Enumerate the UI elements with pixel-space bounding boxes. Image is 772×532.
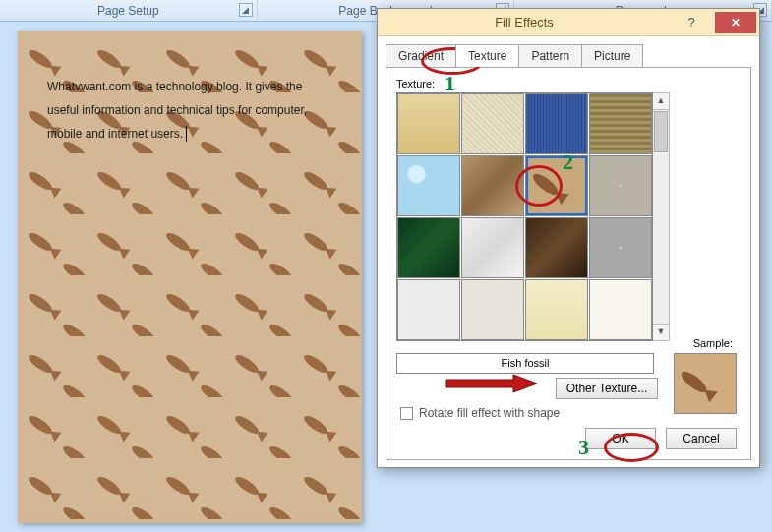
cancel-button[interactable]: Cancel — [666, 428, 737, 449]
scroll-track[interactable] — [653, 153, 669, 324]
ok-button[interactable]: OK — [585, 428, 656, 449]
tab-label: Picture — [594, 49, 630, 63]
sample-preview — [674, 353, 737, 414]
document-body-text[interactable]: Whatvwant.com is a technology blog. It g… — [18, 31, 362, 188]
tab-gradient[interactable]: Gradient — [386, 44, 456, 67]
button-label: OK — [612, 432, 628, 445]
texture-recycled-paper[interactable] — [461, 279, 524, 340]
rotate-fill-row: Rotate fill effect with shape — [400, 406, 560, 420]
text-cursor — [186, 126, 187, 142]
selected-texture-name: Fish fossil — [396, 353, 654, 374]
tab-label: Pattern — [531, 49, 569, 63]
texture-stationery[interactable] — [589, 279, 652, 340]
scroll-up-icon[interactable]: ▲ — [653, 93, 669, 110]
scroll-down-icon[interactable]: ▼ — [653, 324, 669, 340]
dialog-titlebar[interactable]: Fill Effects ? ✕ — [378, 9, 759, 36]
button-label: Other Texture... — [566, 382, 647, 395]
help-button[interactable]: ? — [671, 12, 712, 33]
dialog-tabs: Gradient Texture Pattern Picture — [386, 44, 751, 67]
fill-effects-dialog: Fill Effects ? ✕ Gradient Texture Patter… — [377, 8, 760, 468]
close-button[interactable]: ✕ — [715, 12, 756, 33]
rotate-fill-checkbox[interactable] — [400, 407, 413, 420]
texture-newsprint[interactable] — [397, 279, 460, 340]
texture-green-marble[interactable] — [397, 217, 460, 278]
texture-woven-mat[interactable] — [589, 93, 652, 154]
texture-scrollbar[interactable]: ▲ ▼ — [653, 92, 670, 341]
tab-label: Gradient — [398, 49, 444, 63]
dialog-title: Fill Effects — [378, 15, 671, 30]
tab-pattern[interactable]: Pattern — [518, 44, 582, 67]
texture-grid — [396, 92, 653, 341]
rotate-fill-label: Rotate fill effect with shape — [419, 406, 560, 420]
tab-texture[interactable]: Texture — [455, 44, 519, 67]
document-page: Whatvwant.com is a technology blog. It g… — [18, 31, 362, 523]
texture-label: Texture: — [396, 78, 741, 89]
svg-rect-5 — [675, 354, 736, 413]
texture-canvas[interactable] — [461, 93, 524, 154]
texture-fish-fossil[interactable] — [525, 155, 588, 216]
texture-papyrus[interactable] — [397, 93, 460, 154]
ribbon-group-label: Page Setup — [97, 4, 159, 18]
texture-denim[interactable] — [525, 93, 588, 154]
close-icon: ✕ — [731, 16, 741, 30]
texture-granite[interactable] — [589, 217, 652, 278]
dialog-launcher-icon[interactable]: ◢ — [239, 3, 253, 17]
tab-label: Texture — [468, 49, 506, 63]
document-text-content: Whatvwant.com is a technology blog. It g… — [47, 80, 307, 141]
texture-paper-bag[interactable] — [461, 155, 524, 216]
texture-white-marble[interactable] — [461, 217, 524, 278]
texture-sand[interactable] — [589, 155, 652, 216]
sample-label: Sample: — [693, 337, 733, 349]
ribbon-group-page-setup: Page Setup ◢ — [0, 0, 258, 21]
svg-point-4 — [530, 170, 562, 198]
texture-parchment[interactable] — [525, 279, 588, 340]
tab-picture[interactable]: Picture — [581, 44, 643, 67]
scroll-thumb[interactable] — [654, 111, 668, 152]
button-label: Cancel — [683, 432, 719, 445]
texture-brown-marble[interactable] — [525, 217, 588, 278]
tab-body-texture: Texture: ▲ ▼ Fish fossil Other Texture..… — [386, 67, 751, 460]
texture-water-droplets[interactable] — [397, 155, 460, 216]
other-texture-button[interactable]: Other Texture... — [556, 378, 658, 399]
